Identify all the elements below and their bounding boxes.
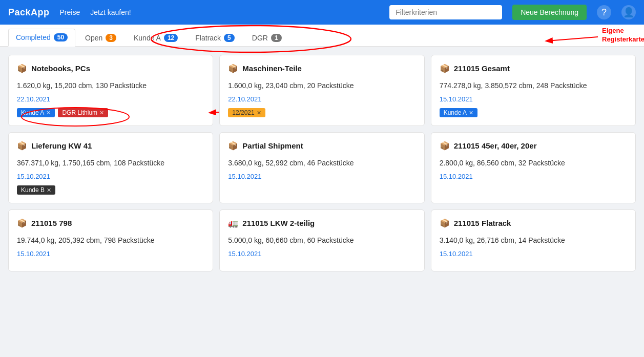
card-notebooks[interactable]: 📦 Notebooks, PCs 1.620,0 kg, 15,200 cbm,… [8,55,213,126]
card-labels: Kunde B ✕ [17,185,204,195]
card-title-text: Partial Shipment [242,141,303,150]
card-title: 📦 Lieferung KW 41 [17,141,204,151]
tab-flatrack-badge: 5 [224,34,235,42]
card-icon: 📦 [17,218,27,228]
annotation-registerkarten-text: EigeneRegisterkarten [602,27,644,44]
card-meta: 5.000,0 kg, 60,660 cbm, 60 Packstücke [228,235,416,246]
user-icon[interactable]: 👤 [621,5,636,19]
card-title-text: 211015 Gesamt [454,64,510,73]
tab-completed[interactable]: Completed 50 [8,29,75,47]
card-title-text: Notebooks, PCs [31,64,90,73]
card-title: 🚛 211015 LKW 2-teilig [228,218,416,228]
tab-dgr-badge: 1 [271,34,282,42]
card-labels: Kunde A ✕ [440,108,627,117]
tab-kunde-a[interactable]: Kunde A 12 [126,29,185,46]
card-title-text: 211015 798 [31,219,72,227]
card-icon: 🚛 [228,218,238,228]
search-input[interactable] [389,5,502,19]
tab-completed-badge: 50 [54,33,68,41]
card-date: 15.10.2021 [440,250,627,258]
label-tag[interactable]: Kunde A ✕ [440,108,477,117]
card-title-text: Lieferung KW 41 [31,141,92,150]
card-lieferung[interactable]: 📦 Lieferung KW 41 367.371,0 kg, 1.750,16… [8,132,213,203]
tab-open-label: Open [85,34,102,42]
nav-preise[interactable]: Preise [60,8,80,16]
tab-kunde-a-label: Kunde A [134,34,161,42]
card-title-text: Maschinen-Teile [242,64,302,73]
card-211015-45er[interactable]: 📦 211015 45er, 40er, 20er 2.800,0 kg, 86… [431,132,636,203]
card-title: 📦 211015 45er, 40er, 20er [440,141,627,151]
card-labels: 12/2021 ✕ [228,108,416,117]
card-date: 15.10.2021 [17,173,204,180]
card-meta: 1.620,0 kg, 15,200 cbm, 130 Packstücke [17,80,204,91]
card-date: 15.10.2021 [440,95,627,103]
card-title: 📦 Notebooks, PCs [17,64,204,73]
card-title-text: 211015 LKW 2-teilig [242,219,315,227]
label-remove-icon[interactable]: ✕ [257,110,261,116]
card-211015-798[interactable]: 📦 211015 798 19.744,0 kg, 205,392 cbm, 7… [8,209,213,271]
card-maschinen[interactable]: 📦 Maschinen-Teile 1.600,0 kg, 23,040 cbm… [219,55,424,126]
app-logo: PackApp [8,7,50,18]
cards-area: 📦 Notebooks, PCs 1.620,0 kg, 15,200 cbm,… [0,47,644,280]
card-date: 22.10.2021 [228,95,416,103]
tab-completed-label: Completed [16,33,51,41]
tab-dgr[interactable]: DGR 1 [244,29,289,46]
card-title-text: 211015 45er, 40er, 20er [454,141,537,150]
card-labels: Kunde A ✕DGR Lithium ✕ [17,108,204,117]
card-meta: 774.278,0 kg, 3.850,572 cbm, 248 Packstü… [440,80,627,91]
card-icon: 📦 [440,218,450,228]
tab-flatrack[interactable]: Flatrack 5 [188,29,242,46]
card-date: 15.10.2021 [228,250,416,258]
card-meta: 3.140,0 kg, 26,716 cbm, 14 Packstücke [440,235,627,246]
card-title: 📦 Partial Shipment [228,141,416,151]
card-meta: 19.744,0 kg, 205,392 cbm, 798 Packstücke [17,235,204,246]
card-title: 📦 211015 Flatrack [440,218,627,228]
card-meta: 2.800,0 kg, 86,560 cbm, 32 Packstücke [440,158,627,169]
card-211015-gesamt[interactable]: 📦 211015 Gesamt 774.278,0 kg, 3.850,572 … [431,55,636,126]
card-title: 📦 Maschinen-Teile [228,64,416,73]
card-meta: 1.600,0 kg, 23,040 cbm, 20 Packstücke [228,80,416,91]
tab-dgr-label: DGR [252,34,268,42]
svg-line-1 [547,37,598,41]
label-tag[interactable]: Kunde A ✕ [17,108,55,117]
label-remove-icon[interactable]: ✕ [469,110,473,116]
label-tag[interactable]: 12/2021 ✕ [228,108,265,117]
card-title: 📦 211015 798 [17,218,204,228]
header: PackApp Preise Jetzt kaufen! Neue Berech… [0,0,644,25]
tab-kunde-a-badge: 12 [164,34,178,42]
label-remove-icon[interactable]: ✕ [99,110,104,116]
new-calculation-button[interactable]: Neue Berechnung [512,5,587,20]
label-remove-icon[interactable]: ✕ [47,187,51,194]
card-icon: 📦 [17,64,27,73]
card-title-text: 211015 Flatrack [454,219,511,227]
card-icon: 📦 [228,141,238,151]
card-date: 15.10.2021 [228,173,416,180]
card-meta: 3.680,0 kg, 52,992 cbm, 46 Packstücke [228,158,416,169]
tabs-container: Completed 50 Open 3 Kunde A 12 Flatrack … [0,25,644,47]
card-partial[interactable]: 📦 Partial Shipment 3.680,0 kg, 52,992 cb… [219,132,424,203]
card-title: 📦 211015 Gesamt [440,64,627,73]
card-flatrack[interactable]: 📦 211015 Flatrack 3.140,0 kg, 26,716 cbm… [431,209,636,271]
card-date: 15.10.2021 [17,250,204,258]
tab-open[interactable]: Open 3 [77,29,124,46]
card-date: 22.10.2021 [17,95,204,103]
label-remove-icon[interactable]: ✕ [46,110,51,116]
nav-kaufen[interactable]: Jetzt kaufen! [90,8,131,16]
card-icon: 📦 [440,64,450,73]
card-lkw[interactable]: 🚛 211015 LKW 2-teilig 5.000,0 kg, 60,660… [219,209,424,271]
card-date: 15.10.2021 [440,173,627,180]
card-icon: 📦 [440,141,450,151]
help-icon[interactable]: ? [597,5,611,19]
label-tag[interactable]: Kunde B ✕ [17,185,55,195]
tab-open-badge: 3 [106,34,116,42]
card-meta: 367.371,0 kg, 1.750,165 cbm, 108 Packstü… [17,158,204,169]
tab-flatrack-label: Flatrack [195,34,221,42]
card-icon: 📦 [228,64,238,73]
card-icon: 📦 [17,141,27,151]
label-tag[interactable]: DGR Lithium ✕ [58,108,108,117]
